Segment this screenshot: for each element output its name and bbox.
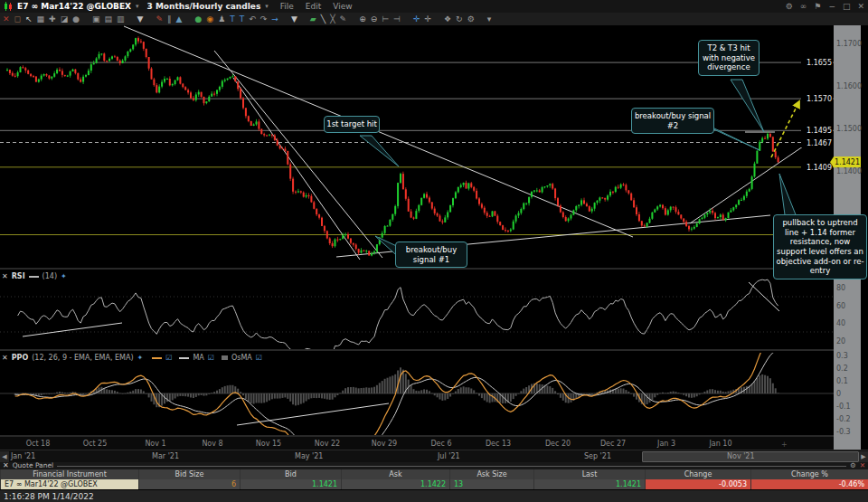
date-tick-label: Dec 20 bbox=[545, 440, 571, 448]
quote-panel-close-icon[interactable]: ✕ bbox=[3, 462, 9, 469]
widgets-icon[interactable]: ❖ bbox=[444, 15, 451, 24]
layout-icon[interactable]: ▥ bbox=[117, 15, 125, 24]
grid-icon[interactable]: ▦ bbox=[37, 15, 45, 24]
eraser-icon[interactable]: ◪ bbox=[61, 15, 69, 24]
osma-checkbox[interactable]: ☑ bbox=[256, 354, 262, 362]
annotation-callout[interactable]: breakout/buy signal #2 bbox=[631, 108, 714, 134]
quote-column-header[interactable]: Change % bbox=[750, 469, 868, 479]
quote-data-row[interactable]: E7 ∞ Mar14'22 @GLOBEX61.14211.1422131.14… bbox=[0, 479, 868, 489]
textbox-alt-icon[interactable]: T bbox=[240, 15, 245, 24]
quote-column-header[interactable]: Ask Size bbox=[449, 469, 533, 479]
symbol-title[interactable]: E7 ∞ Mar14'22 @GLOBEX bbox=[17, 2, 131, 11]
ppo-edit-icon[interactable]: ✦ bbox=[137, 354, 144, 362]
quote-column-header[interactable]: Ask bbox=[341, 469, 449, 479]
quote-cell-bid-size[interactable]: 6 bbox=[138, 479, 240, 489]
align-left-icon[interactable]: ⊢ bbox=[382, 15, 389, 24]
cursor-icon[interactable]: ↖ bbox=[25, 15, 33, 24]
menu-view[interactable]: View bbox=[333, 2, 352, 11]
chart-canvas[interactable]: 1.16551.15701.14951.14671.14091.14211.17… bbox=[0, 25, 868, 450]
textbox-icon[interactable]: T bbox=[230, 15, 235, 24]
close-chart-icon[interactable]: ✕ bbox=[3, 15, 10, 24]
timeframe-dropdown-icon[interactable]: ▾ bbox=[265, 3, 269, 10]
crosshair-alt-icon[interactable]: ✛ bbox=[424, 15, 431, 24]
indicator-icon[interactable]: ∥ bbox=[167, 15, 172, 24]
multiline-icon[interactable]: ╳ bbox=[330, 15, 335, 24]
annotation-callout[interactable]: T2 & T3 hit with negative divergence bbox=[698, 40, 760, 76]
pin-icon[interactable]: ⚑ bbox=[814, 2, 821, 11]
ppo-checkbox[interactable]: ☑ bbox=[165, 354, 172, 362]
green-chart-icon[interactable]: ▰ bbox=[310, 15, 316, 24]
filter-dropdown-icon[interactable]: ▼ bbox=[137, 15, 144, 24]
image-icon[interactable]: ▣ bbox=[92, 15, 100, 24]
zoom-out-icon[interactable]: ⊖ bbox=[371, 15, 378, 24]
forward-icon[interactable]: → bbox=[271, 15, 278, 24]
quote-close-icon[interactable]: ✕ bbox=[860, 462, 865, 469]
minimize-icon[interactable]: − bbox=[828, 2, 835, 11]
ppo-line-swatch bbox=[152, 357, 162, 359]
annotation-callout[interactable]: pullback to uptrend line + 1.14 former r… bbox=[773, 214, 867, 279]
settings-gear-icon[interactable]: ⚙ bbox=[786, 2, 793, 11]
axis-tick-label: -0.1 bbox=[836, 403, 851, 411]
quote-cell-ask-size[interactable]: 13 bbox=[449, 479, 533, 489]
annotation-callout[interactable]: breakout/buy signal #1 bbox=[395, 242, 467, 268]
price-level-label: 1.1655 bbox=[807, 59, 832, 67]
rsi-close-icon[interactable]: ✕ bbox=[2, 272, 8, 280]
rsi-label: RSI bbox=[12, 272, 25, 280]
quote-column-header[interactable]: Bid Size bbox=[138, 469, 240, 479]
tools-icon[interactable]: ⚙ bbox=[467, 15, 475, 24]
quote-cell-last[interactable]: 1.1421 bbox=[533, 479, 645, 489]
axis-tick-label: 80 bbox=[836, 284, 845, 292]
quote-cell-change[interactable]: -0.0053 bbox=[645, 479, 750, 489]
person-icon[interactable]: ♟ bbox=[218, 15, 225, 24]
pan-icon[interactable]: ✚ bbox=[49, 15, 56, 24]
close-icon[interactable]: ✕ bbox=[857, 2, 864, 11]
quote-cell-change-[interactable]: -0.46% bbox=[750, 479, 868, 489]
align-right-icon[interactable]: ⊣ bbox=[393, 15, 401, 24]
mountain-chart-icon[interactable]: ▲ bbox=[176, 15, 183, 24]
chart-area[interactable]: 1.16551.15701.14951.14671.14091.14211.17… bbox=[0, 25, 868, 450]
ppo-close-icon[interactable]: ✕ bbox=[2, 354, 8, 362]
ellipse-icon[interactable]: ● bbox=[72, 15, 80, 24]
symbol-dropdown-icon[interactable]: ▾ bbox=[136, 3, 139, 10]
quote-settings-icon[interactable]: ⚙ bbox=[850, 462, 856, 469]
date-tick-label: Nov 22 bbox=[315, 440, 340, 448]
quote-cell-financial-instrument[interactable]: E7 ∞ Mar14'22 @GLOBEX bbox=[0, 479, 138, 489]
rsi-panel-header: ✕ RSI (14) ✦ bbox=[2, 271, 67, 281]
date-tick-label: Nov 8 bbox=[202, 440, 222, 448]
refresh-icon[interactable]: ↻ bbox=[456, 15, 463, 24]
crosshair-icon[interactable]: ✛ bbox=[413, 15, 420, 24]
undo-icon[interactable]: ↶ bbox=[249, 15, 256, 24]
window-controls: ⚙∞⚑−□✕ bbox=[786, 2, 864, 11]
zoom-in-icon[interactable]: ⊕ bbox=[359, 15, 366, 24]
pencil-icon[interactable]: ✎ bbox=[156, 15, 163, 24]
time-scrollbar[interactable]: ◀ ▶ Jan '21Mar '21May '21Jul '21Sep '21N… bbox=[0, 450, 868, 462]
app-logo-icon bbox=[4, 2, 13, 11]
redo-icon[interactable]: ↷ bbox=[260, 15, 268, 24]
axis-tick-label: 20 bbox=[836, 337, 845, 346]
ma-checkbox[interactable]: ☑ bbox=[208, 354, 214, 362]
chart-style-icon[interactable]: ▤ bbox=[105, 15, 113, 24]
menu-edit[interactable]: Edit bbox=[306, 2, 321, 11]
link-icon[interactable]: ∞ bbox=[800, 2, 807, 11]
sort-dropdown-icon[interactable]: ▼ bbox=[291, 15, 297, 24]
trendline-icon[interactable]: ╲ bbox=[321, 15, 326, 24]
quote-column-header[interactable]: Change bbox=[645, 469, 750, 479]
scroll-period-label: Jul '21 bbox=[438, 450, 460, 462]
more-dropdown-icon[interactable]: ▾ bbox=[487, 15, 492, 24]
globe-icon[interactable]: ● bbox=[194, 15, 202, 24]
quote-column-header[interactable]: Financial Instrument bbox=[0, 469, 138, 479]
date-tick-label: Oct 18 bbox=[26, 440, 51, 448]
quote-column-header[interactable]: Bid bbox=[240, 469, 341, 479]
quote-cell-bid[interactable]: 1.1421 bbox=[240, 479, 341, 489]
quote-cell-ask[interactable]: 1.1422 bbox=[341, 479, 449, 489]
timeframe-selector[interactable]: 3 Months/Hourly candles bbox=[147, 2, 261, 11]
target-icon[interactable]: ◉ bbox=[206, 15, 213, 24]
rsi-edit-icon[interactable]: ✦ bbox=[61, 272, 67, 280]
pencil-alt-icon[interactable]: ✎ bbox=[340, 15, 347, 24]
annotation-callout[interactable]: 1st target hit bbox=[324, 116, 380, 133]
menu-file[interactable]: File bbox=[280, 2, 294, 11]
svg-text:1.1421: 1.1421 bbox=[835, 158, 860, 166]
restore-icon[interactable]: □ bbox=[843, 2, 851, 11]
quote-column-header[interactable]: Last bbox=[533, 469, 645, 479]
snapshot-icon[interactable]: ◻ bbox=[14, 15, 21, 24]
